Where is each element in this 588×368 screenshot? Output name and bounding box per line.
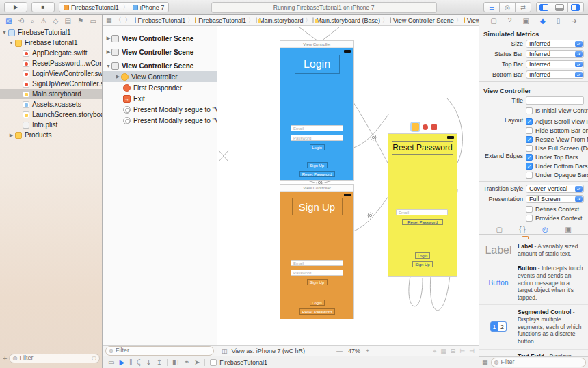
library-filter-field[interactable]: ◍ [491,358,586,367]
update-frames-icon[interactable]: ⌖ [433,347,436,355]
under-bottom-bars-checkbox[interactable] [526,163,533,170]
view-controller-dock-icon[interactable] [412,123,419,131]
embed-stack-icon[interactable]: ▦ [440,347,446,355]
context-row[interactable]: Defines Context [479,205,588,213]
vc-title-bar[interactable]: View Controller [280,41,353,48]
first-responder-row[interactable]: First Responder [103,82,217,93]
zoom-in-button[interactable]: + [366,347,369,354]
segue-row[interactable]: Present Modally segue to "View C... [103,104,217,115]
breadcrumb-item[interactable]: Main.storyboard [259,17,304,24]
issues-tab[interactable]: ⚠ [40,17,46,25]
full-screen-checkbox[interactable] [526,145,533,152]
transition-dropdown[interactable]: Cover Vertical▴▾ [526,185,584,193]
scene-row-expanded[interactable]: ▼ View Controller Scene [103,60,217,71]
title-input[interactable] [526,96,584,105]
outline-filter-input[interactable] [116,347,210,354]
login-button[interactable]: Login [415,252,430,259]
login-heading-label[interactable]: Login [295,55,340,74]
reset-password-button[interactable]: Reset Password [299,308,335,315]
pin-icon[interactable]: ⊢ [459,347,465,355]
zoom-out-button[interactable]: — [336,347,343,354]
step-into-icon[interactable]: ↧ [146,358,151,366]
top-bar-dropdown[interactable]: Inferred▴▾ [526,60,584,68]
file-inspector-tab[interactable]: ▢ [490,17,496,25]
forward-icon[interactable]: 〉 [125,16,131,25]
scheme-selector[interactable]: FirebaseTutorial1 〉 iPhone 7 [59,2,169,12]
under-top-bars-checkbox[interactable] [526,154,533,161]
segue-row[interactable]: Present Modally segue to "View C... [103,115,217,126]
disclosure-icon[interactable]: ▶ [105,36,111,41]
login-view[interactable]: Login Email Password Login Sign Up Reset… [280,48,353,180]
context-row[interactable]: Provides Context [479,213,588,222]
adjust-scroll-checkbox[interactable] [526,118,533,125]
breadcrumb-item[interactable]: View Controller [467,17,479,24]
back-icon[interactable]: 〈 [116,16,122,25]
grid-view-icon[interactable]: ▦ [482,359,488,366]
reset-heading-label[interactable]: Reset Password [392,141,453,155]
login-view-controller[interactable]: View Controller Login Email Password Log… [280,41,353,180]
layout-option-row[interactable]: Resize View From NIB [479,135,588,144]
toggle-debug-area-button[interactable] [552,2,568,12]
toggle-inspector-button[interactable] [567,2,584,12]
signup-heading-label[interactable]: Sign Up [292,198,343,215]
initial-vc-row[interactable]: Is Initial View Controller [479,106,588,115]
provides-context-checkbox[interactable] [526,215,533,222]
object-library-tab[interactable]: ◎ [542,226,548,233]
breadcrumb-item[interactable]: FirebaseTutorial1 [138,17,186,24]
under-opaque-bars-checkbox[interactable] [526,172,533,179]
source-control-tab[interactable]: ⟲ [18,17,24,25]
disclosure-icon[interactable]: ▼ [8,40,14,45]
bottom-bar-dropdown[interactable]: Inferred▴▾ [526,70,584,79]
disclosure-icon[interactable]: ▶ [115,74,121,79]
view-hierarchy-icon[interactable]: ◧ [172,358,178,366]
email-field[interactable]: Email [396,209,448,215]
file-row[interactable]: ResetPassword...wController.swift [0,58,102,68]
exit-row[interactable]: → Exit [103,93,217,104]
outline-filter-field[interactable]: ◍ [105,346,214,356]
debug-process-item[interactable]: FirebaseTutorial1 [210,359,267,366]
identity-inspector-tab[interactable]: ▣ [522,17,529,25]
resolve-autolayout-icon[interactable]: ⊣ [469,347,475,355]
password-field[interactable]: Password [291,135,343,141]
disclosure-icon[interactable]: ▼ [105,64,111,68]
breakpoints-tab[interactable]: ⚑ [77,17,83,25]
attributes-inspector-tab[interactable]: ◆ [540,17,546,25]
project-navigator-tab[interactable]: ▨ [5,17,12,25]
storyboard-canvas[interactable]: View Controller Login Email Password Log… [217,26,479,345]
initial-vc-checkbox[interactable] [526,107,533,114]
related-items-icon[interactable]: ▦ [106,17,112,24]
file-row[interactable]: Assets.xcassets [0,99,102,109]
toggle-navigator-button[interactable] [536,2,552,12]
navigator-filter-field[interactable]: ◍ ◷ [9,354,100,363]
signup-button[interactable]: Sign Up [307,279,328,285]
step-out-icon[interactable]: ↥ [157,358,162,366]
library-filter-input[interactable] [501,358,582,365]
breadcrumb-item[interactable]: FirebaseTutorial1 [198,17,246,24]
layout-option-row[interactable]: Use Full Screen (Deprecated) [479,144,588,153]
stop-button[interactable]: ■ [31,2,55,12]
simulate-location-icon[interactable]: ➤ [194,358,200,366]
products-row[interactable]: ▶ Products [0,130,102,140]
resize-nib-checkbox[interactable] [526,136,533,143]
breakpoints-toggle-icon[interactable]: ▶ [119,358,124,366]
presentation-dropdown[interactable]: Full Screen▴▾ [526,195,584,203]
signup-view-controller[interactable]: View Controller Sign Up Email Password S… [280,185,353,319]
search-tab[interactable]: ⌕ [30,17,34,25]
extend-option-row[interactable]: Under Opaque Bars [479,170,588,179]
library-item-segmented-control[interactable]: 12 Segmented Control - Displays multiple… [479,305,588,349]
vc-title-bar[interactable]: View Controller [280,185,353,192]
breadcrumb-item[interactable]: View Controller Scene [393,17,454,24]
first-responder-dock-icon[interactable] [423,124,428,130]
view-as-label[interactable]: View as: iPhone 7 (wC hR) [232,347,305,354]
file-row[interactable]: LaunchScreen.storyboard [0,109,102,120]
reset-password-button[interactable]: Reset Password [402,219,443,225]
file-row[interactable]: Info.plist [0,120,102,130]
library-item-label[interactable]: Label Label - A variably sized amount of… [479,239,588,261]
hide-debug-area-icon[interactable]: ▭ [108,358,114,366]
view-controller-row[interactable]: ▶ View Controller [103,71,217,82]
quick-help-tab[interactable]: ? [508,17,512,25]
defines-context-checkbox[interactable] [526,206,533,213]
signup-button[interactable]: Sign Up [412,261,433,267]
disclosure-icon[interactable]: ▶ [105,49,111,55]
login-button[interactable]: Login [310,144,325,150]
